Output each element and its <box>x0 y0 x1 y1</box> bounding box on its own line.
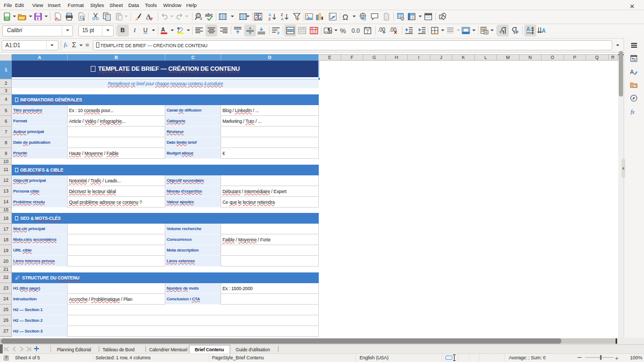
svg-text:0.0: 0.0 <box>352 27 360 34</box>
svg-text:Ω: Ω <box>342 13 348 21</box>
svg-text:A: A <box>542 28 546 34</box>
svg-text:A: A <box>161 26 165 33</box>
svg-text:Z: Z <box>268 17 271 21</box>
svg-text:%: % <box>340 27 346 35</box>
svg-text:A: A <box>259 17 262 20</box>
svg-text:A: A <box>255 13 258 17</box>
svg-text:A: A <box>526 26 530 32</box>
svg-text:Z: Z <box>259 13 261 17</box>
svg-text:fx: fx <box>631 109 635 115</box>
svg-text:A: A <box>630 69 634 75</box>
svg-text:d: d <box>200 17 202 20</box>
svg-text:7: 7 <box>367 29 369 34</box>
svg-text:Z: Z <box>255 17 257 20</box>
svg-text:A: A <box>281 17 284 21</box>
